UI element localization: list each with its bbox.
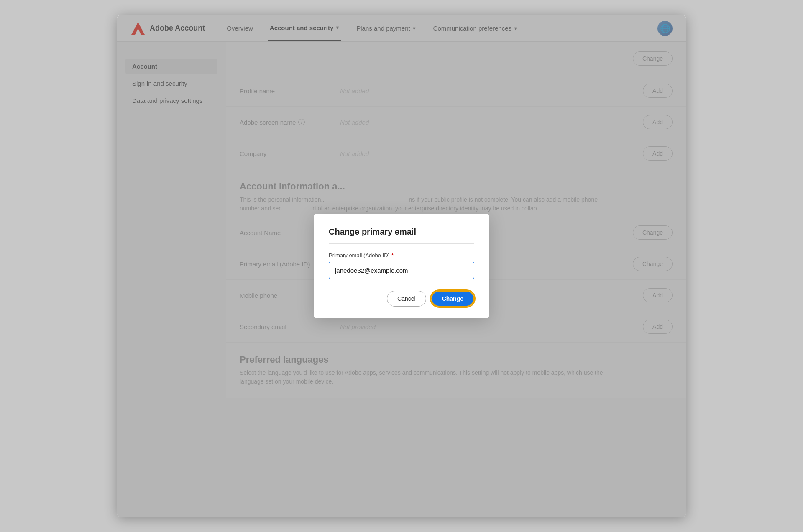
change-button[interactable]: Change (431, 291, 474, 307)
change-email-modal: Change primary email Primary email (Adob… (314, 214, 489, 318)
primary-email-input[interactable] (329, 262, 474, 279)
modal-field-label: Primary email (Adobe ID) * (329, 252, 474, 258)
required-star: * (391, 252, 394, 258)
modal-overlay: Change primary email Primary email (Adob… (117, 15, 686, 517)
modal-title: Change primary email (329, 227, 474, 244)
cancel-button[interactable]: Cancel (387, 291, 426, 307)
modal-actions: Cancel Change (329, 291, 474, 307)
